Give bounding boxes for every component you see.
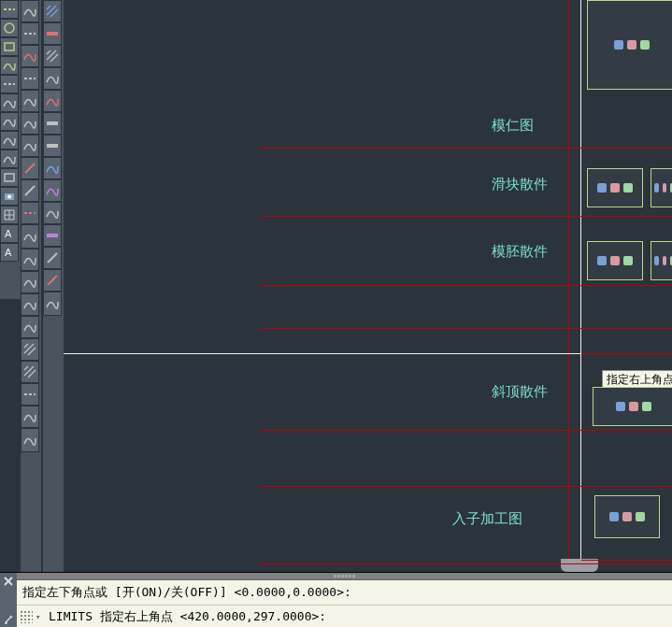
svg-rect-17 xyxy=(47,144,58,148)
tool-polyline3d[interactable] xyxy=(0,75,19,93)
tool-ortho[interactable] xyxy=(21,293,39,316)
svg-text:A: A xyxy=(5,247,12,258)
command-input-text: LIMITS 指定右上角点 <420.0000,297.0000>: xyxy=(49,608,326,625)
svg-text:A: A xyxy=(5,228,12,239)
drawing-canvas[interactable]: 模仁图 滑块散件 模胚散件 斜顶散件 入子加工图 指定右上角点 xyxy=(64,0,672,572)
tool-dim-arc[interactable] xyxy=(21,428,39,452)
tool-zigzag[interactable] xyxy=(21,0,39,22)
tool-white-stripe[interactable] xyxy=(43,135,62,157)
svg-point-1 xyxy=(5,23,14,33)
thumb-a xyxy=(587,0,672,90)
divider-horizontal xyxy=(260,430,672,431)
command-grip-icon xyxy=(20,610,33,623)
tool-cylinder[interactable] xyxy=(0,93,19,112)
command-input-row[interactable]: ▾ LIMITS 指定右上角点 <420.0000,297.0000>: xyxy=(17,605,672,627)
thumb-b2 xyxy=(651,168,672,207)
tool-diag-yellow[interactable] xyxy=(21,179,39,202)
svg-rect-4 xyxy=(5,174,14,181)
label-insert-mfg: 入子加工图 xyxy=(452,510,522,528)
command-history: 指定左下角点或 [开(ON)/关(OFF)] <0.0000,0.0000>: xyxy=(17,580,672,605)
tool-gradient[interactable] xyxy=(21,271,39,293)
divider-horizontal xyxy=(260,285,672,286)
tool-colors[interactable] xyxy=(43,67,62,90)
tool-h-pipe[interactable] xyxy=(21,90,39,112)
tool-diag-red[interactable] xyxy=(21,157,39,179)
divider-horizontal xyxy=(260,148,672,149)
command-history-line: 指定左下角点或 [开(ON)/关(OFF)] <0.0000,0.0000>: xyxy=(22,584,351,601)
tool-dim[interactable] xyxy=(21,316,39,338)
thumb-e xyxy=(594,495,660,538)
tool-m-red[interactable] xyxy=(43,90,62,112)
label-core-insert: 模仁图 xyxy=(492,117,534,135)
tool-hatch-white[interactable] xyxy=(43,45,62,67)
divider-horizontal xyxy=(260,216,672,217)
thumb-b1 xyxy=(587,168,643,207)
divider-horizontal-short xyxy=(581,560,672,561)
command-body: 指定左下角点或 [开(ON)/关(OFF)] <0.0000,0.0000>: … xyxy=(17,573,672,627)
tool-palette-a: AA xyxy=(0,0,21,299)
tool-arc[interactable] xyxy=(0,56,19,75)
tool-hatch-a[interactable] xyxy=(21,338,39,361)
tool-dash-line[interactable] xyxy=(21,22,39,45)
tool-edge-b[interactable] xyxy=(21,135,39,157)
tool-dashline[interactable] xyxy=(21,383,39,406)
tool-palette-b xyxy=(21,0,41,572)
tool-red-zigzag[interactable] xyxy=(21,45,39,67)
tool-camera[interactable] xyxy=(0,187,19,206)
tool-hatch-b[interactable] xyxy=(21,361,39,383)
svg-line-20 xyxy=(48,276,57,285)
tool-m-grey[interactable] xyxy=(43,202,62,224)
svg-line-11 xyxy=(25,164,35,173)
tool-rect-select[interactable] xyxy=(0,168,19,187)
tool-hatch-blue[interactable] xyxy=(43,0,62,22)
divider-horizontal xyxy=(260,563,672,564)
command-dropdown-arrow[interactable]: ▾ xyxy=(36,612,45,621)
tool-brown-diag[interactable] xyxy=(43,247,62,269)
tool-data[interactable] xyxy=(0,150,19,168)
tool-intersect[interactable] xyxy=(0,112,19,131)
tool-brown-stripe[interactable] xyxy=(43,112,62,135)
thumb-c2 xyxy=(651,241,672,280)
svg-rect-18 xyxy=(47,234,58,237)
tool-text-low[interactable]: A xyxy=(0,243,19,262)
tool-cross[interactable] xyxy=(0,131,19,150)
tool-purple-stripe[interactable] xyxy=(43,224,62,247)
tool-red-stripe[interactable] xyxy=(43,22,62,45)
tool-dbl-line[interactable] xyxy=(21,67,39,90)
command-customize-button[interactable] xyxy=(2,613,15,626)
svg-rect-2 xyxy=(5,43,14,50)
tool-long-tool[interactable] xyxy=(21,224,39,249)
command-close-button[interactable] xyxy=(2,575,15,588)
svg-rect-16 xyxy=(47,121,58,125)
divider-horizontal xyxy=(260,328,672,329)
tool-rectangle[interactable] xyxy=(0,37,19,56)
tool-grid[interactable] xyxy=(0,206,19,224)
svg-rect-15 xyxy=(47,32,58,36)
label-lifter-parts: 斜顶散件 xyxy=(492,383,548,401)
tool-edge-a[interactable] xyxy=(21,112,39,135)
tool-m-blue[interactable] xyxy=(43,157,62,179)
tool-diag-red2[interactable] xyxy=(43,269,62,292)
tool-axis[interactable] xyxy=(21,406,39,428)
svg-point-6 xyxy=(7,195,11,199)
divider-horizontal-short xyxy=(581,353,672,354)
label-mold-blank: 模胚散件 xyxy=(492,243,548,261)
divider-horizontal xyxy=(260,486,672,487)
tool-circle[interactable] xyxy=(0,19,19,37)
tool-palette-c xyxy=(43,0,64,572)
label-slider-parts: 滑块散件 xyxy=(492,176,548,193)
tool-m-purple[interactable] xyxy=(43,179,62,202)
svg-line-12 xyxy=(25,186,35,195)
command-window: 指定左下角点或 [开(ON)/关(OFF)] <0.0000,0.0000>: … xyxy=(0,572,672,627)
thumb-c1 xyxy=(587,241,643,280)
tool-place[interactable] xyxy=(43,292,62,316)
svg-line-19 xyxy=(48,253,57,263)
tool-red-line[interactable] xyxy=(21,202,39,224)
tool-crop[interactable] xyxy=(21,249,39,271)
tool-text[interactable]: A xyxy=(0,224,19,243)
command-drag-handle[interactable] xyxy=(17,573,672,580)
thumb-d xyxy=(593,387,672,426)
command-gutter xyxy=(0,573,17,627)
scroll-nub[interactable] xyxy=(561,559,598,572)
tool-spline[interactable] xyxy=(0,0,19,19)
